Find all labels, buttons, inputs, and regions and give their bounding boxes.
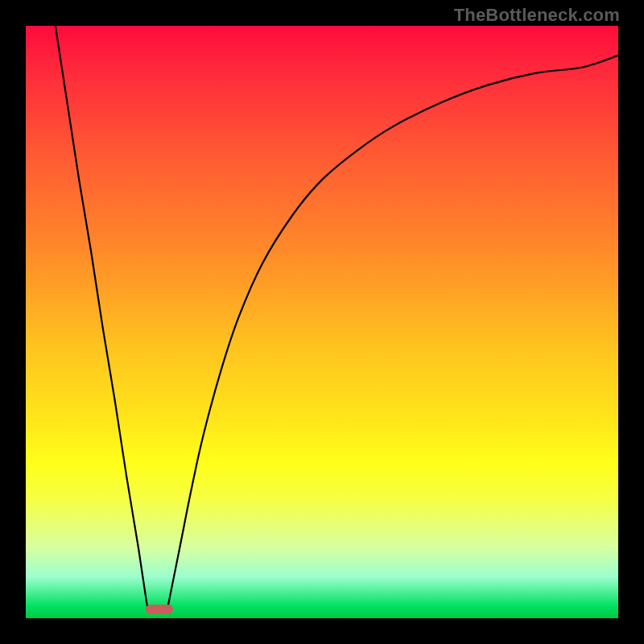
curve-left-branch xyxy=(56,26,147,606)
chart-container: TheBottleneck.com xyxy=(0,0,644,644)
bottleneck-curve xyxy=(26,26,618,618)
plot-area xyxy=(26,26,618,618)
curve-right-branch xyxy=(168,56,618,607)
optimal-marker xyxy=(146,605,173,614)
watermark-text: TheBottleneck.com xyxy=(454,5,620,26)
